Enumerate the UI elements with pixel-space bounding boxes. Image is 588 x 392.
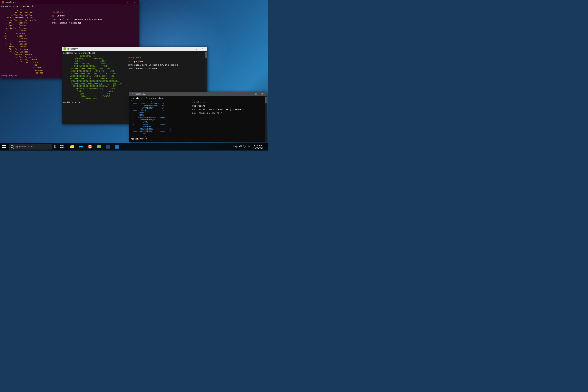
opensuse-titlebar[interactable]: root@terry:~ ─ □ ✕ <box>62 47 207 51</box>
search-placeholder-text: Type here to search <box>15 146 34 148</box>
fedora-titlebar[interactable]: f root@terry:~ ─ □ ✕ <box>129 92 266 96</box>
desktop: root@terry:~ ─ □ ✕ root@terry:~# screenf… <box>0 0 268 150</box>
task-view-icon <box>60 145 64 148</box>
volume-button[interactable] <box>239 145 242 148</box>
volume-icon <box>239 145 242 148</box>
language-indicator[interactable]: ENG <box>246 146 251 148</box>
microphone-button[interactable] <box>52 143 58 150</box>
taskbar-clock[interactable]: 6:49 PM 5/10/2017 <box>252 144 264 149</box>
fedora-minimize-btn[interactable]: ─ <box>247 92 253 96</box>
fedora-titlebar-controls: ─ □ ✕ <box>247 92 265 96</box>
fedora-terminal-window[interactable]: f root@terry:~ ─ □ ✕ root@terry:~# scree… <box>129 92 266 142</box>
ubuntu-command-line: root@terry:~# screenfetch <box>1 5 138 8</box>
svg-point-9 <box>116 146 118 148</box>
opensuse-title-text: root@terry:~ <box>68 48 188 50</box>
opensuse-maximize-btn[interactable]: □ <box>194 47 199 51</box>
ubuntu-titlebar[interactable]: root@terry:~ ─ □ ✕ <box>0 0 139 4</box>
edge-icon <box>79 145 83 148</box>
file-explorer-icon <box>70 145 74 148</box>
svg-rect-5 <box>60 147 62 148</box>
ubuntu-titlebar-controls: ─ □ ✕ <box>119 0 137 4</box>
file-explorer-button[interactable] <box>68 143 76 150</box>
edge-button[interactable] <box>77 143 85 150</box>
svg-marker-11 <box>239 145 240 148</box>
search-icon <box>11 145 14 148</box>
power-button[interactable] <box>243 145 246 148</box>
network-icon[interactable] <box>234 145 238 148</box>
fedora-ascii-art: /:-------------- :\ ;:-----------: /shhO… <box>130 100 189 137</box>
ubuntu-ascii-art: ./+o+- yyyyy- -yyyyyy+ ://+//////-yyyyyy… <box>1 8 46 77</box>
store-button[interactable] <box>113 143 121 150</box>
show-desktop-button[interactable] <box>266 143 267 150</box>
fedora-icon: f <box>106 145 110 148</box>
taskbar-time: 6:49 PM <box>254 144 262 146</box>
ubuntu-icon <box>88 145 92 148</box>
fedora-prompt: root@terry:~# <box>130 138 264 140</box>
taskbar-date: 5/10/2017 <box>254 146 263 149</box>
opensuse-titlebar-controls: ─ □ ✕ <box>188 47 206 51</box>
fedora-button[interactable]: f <box>104 143 112 150</box>
opensuse-command-line: root@terry:~# screenfetch <box>63 52 204 55</box>
task-view-button[interactable] <box>58 143 66 150</box>
taskbar[interactable]: Type here to search <box>0 143 268 150</box>
tray-expand-button[interactable]: ▲ <box>233 146 234 148</box>
opensuse-titlebar-icon <box>64 48 66 50</box>
opensuse-ascii-art: .;ldk000000kdl;. .;d00xl:,'.....';::ok00… <box>63 55 124 100</box>
svg-rect-6 <box>62 147 64 148</box>
opensuse-scrollbar-thumb[interactable] <box>206 52 207 58</box>
ubuntu-minimize-btn[interactable]: ─ <box>119 0 125 4</box>
svg-rect-0 <box>54 145 56 147</box>
ubuntu-titlebar-icon <box>2 1 4 4</box>
microphone-icon <box>54 145 56 148</box>
opensuse-close-btn[interactable]: ✕ <box>200 47 206 51</box>
taskbar-search-box[interactable]: Type here to search <box>9 144 52 150</box>
store-icon <box>115 145 119 148</box>
fedora-title-text: root@terry:~ <box>135 93 247 95</box>
taskbar-tray: ▲ <box>233 143 268 150</box>
ubuntu-button[interactable] <box>86 143 94 150</box>
ubuntu-close-btn[interactable]: ✕ <box>131 0 137 4</box>
fedora-maximize-btn[interactable]: □ <box>253 92 259 96</box>
opensuse-minimize-btn[interactable]: ─ <box>188 47 193 51</box>
svg-rect-3 <box>60 145 62 146</box>
fedora-titlebar-icon: f <box>131 92 134 95</box>
fedora-scrollbar-thumb[interactable] <box>265 97 266 103</box>
network-status-icon <box>234 145 238 148</box>
start-button[interactable] <box>0 143 8 150</box>
fedora-close-btn[interactable]: ✕ <box>259 92 265 96</box>
svg-rect-4 <box>62 145 64 146</box>
power-icon <box>243 145 246 148</box>
fedora-scrollbar[interactable] <box>265 96 266 142</box>
nvidia-button[interactable]: ▶ <box>95 143 103 150</box>
ubuntu-title-text: root@terry:~ <box>6 1 119 3</box>
fedora-command-line: root@terry:~# screenfetch <box>130 97 264 100</box>
taskbar-apps: ▶ f <box>68 143 121 150</box>
ubuntu-maximize-btn[interactable]: □ <box>125 0 131 4</box>
nvidia-icon: ▶ <box>97 145 101 148</box>
fedora-terminal-body: root@terry:~# screenfetch /:------------… <box>129 96 266 142</box>
windows-logo-icon <box>2 145 6 148</box>
svg-point-10 <box>236 147 236 148</box>
